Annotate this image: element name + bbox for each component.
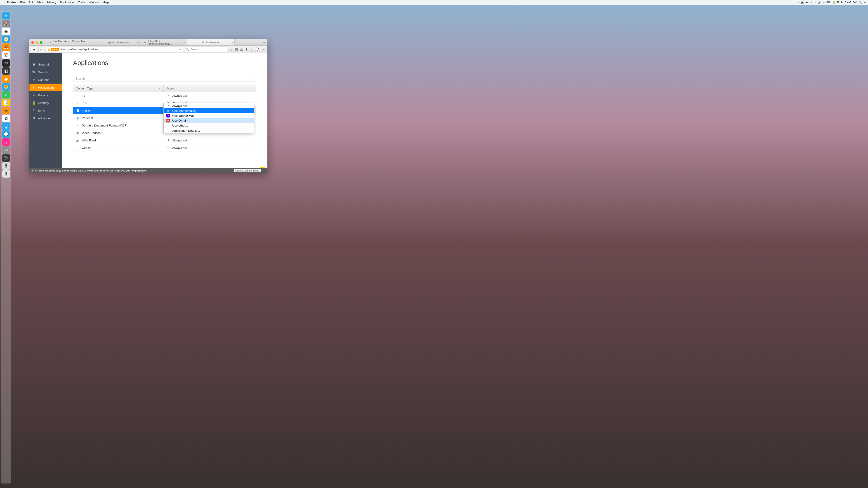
dock-app-20[interactable]: 🗑 — [2, 170, 10, 177]
col-action[interactable]: Action — [164, 85, 256, 92]
notifications-icon[interactable]: ≡ — [864, 1, 866, 4]
input-icon[interactable]: ⌨ — [827, 1, 830, 4]
forward-button[interactable]: ▶ — [38, 46, 45, 53]
firefox-window: 99to5Mac: Apple iPhone, Mac ...×Apple – … — [29, 39, 268, 173]
dock-app-16[interactable]: ♫ — [2, 138, 10, 146]
action-icon: ? — [166, 139, 170, 142]
tab-close-icon[interactable]: × — [89, 41, 91, 44]
infobar-close-icon[interactable]: ✕ — [263, 169, 265, 172]
spotlight-icon[interactable]: 🔍 — [859, 1, 862, 4]
action-dropdown-menu[interactable]: ?Always ask@Use Mail (default)YUse Yahoo… — [163, 103, 254, 133]
sidebar-item-applications[interactable]: ⇪Applications — [29, 84, 62, 91]
dropdown-item[interactable]: Application Details... — [164, 128, 254, 133]
reload-icon[interactable]: ⟳ — [179, 48, 181, 51]
sidebar-item-privacy[interactable]: 👓Privacy — [29, 91, 62, 99]
tab-close-icon[interactable]: × — [231, 41, 233, 44]
bookmark-star-icon[interactable]: ☆ — [229, 47, 232, 52]
battery-icon[interactable]: 🔋 — [832, 1, 835, 4]
sidebar-item-general[interactable]: ▣General — [29, 61, 62, 68]
zoom-window-button[interactable] — [40, 41, 42, 44]
dock-app-12[interactable]: 🦋 — [2, 107, 10, 114]
user-name[interactable]: Jeff — [853, 1, 857, 4]
display-icon[interactable]: ▣ — [801, 1, 804, 4]
dock-app-15[interactable]: 💬 — [2, 130, 10, 138]
menu-history[interactable]: History — [45, 1, 58, 4]
back-button[interactable]: ◀ — [31, 46, 37, 53]
dock-app-14[interactable]: Q — [2, 123, 10, 130]
dock-app-1[interactable]: 🚀 — [2, 20, 10, 27]
browser-tab[interactable]: Apple – Press Info× — [92, 39, 140, 45]
close-window-button[interactable] — [31, 41, 34, 44]
app-name[interactable]: Firefox — [5, 1, 18, 4]
dropdown-item[interactable]: Use other... — [164, 123, 254, 128]
dock-app-19[interactable]: 🗄 — [2, 162, 10, 170]
sidebar-item-sync[interactable]: ↻Sync — [29, 107, 62, 114]
table-header: Content Type ▲ Action — [73, 85, 256, 92]
dock-app-2[interactable]: ◉ — [2, 28, 10, 35]
choose-share-button[interactable]: Choose What I Share — [234, 169, 261, 172]
sidebar-item-search[interactable]: 🔍Search — [29, 68, 62, 76]
dock-app-5[interactable]: 📅 — [2, 51, 10, 59]
library-icon[interactable]: ▥ — [235, 47, 238, 52]
dock-app-13[interactable]: ✿ — [2, 115, 10, 122]
sidebar-item-content[interactable]: ▤Content — [29, 76, 62, 84]
tab-favicon: ⚙ — [202, 41, 205, 44]
dock-app-7[interactable]: ◧ — [2, 67, 10, 75]
dropdown-item[interactable]: ?Always ask — [164, 103, 254, 108]
dock-app-4[interactable]: 🦊 — [2, 43, 10, 51]
sidebar-item-security[interactable]: 🔒Security — [29, 99, 62, 107]
dock-app-10[interactable]: ✓ — [2, 91, 10, 98]
cell-action[interactable]: ?Always ask — [164, 137, 256, 144]
dropdown-item[interactable]: YUse Yahoo! Mail — [164, 113, 254, 118]
menu-edit[interactable]: Edit — [27, 1, 35, 4]
col-content-type[interactable]: Content Type ▲ — [73, 85, 164, 92]
cell-action[interactable]: ?Always ask — [164, 144, 256, 152]
search-bar[interactable]: 🔍 Search — [184, 46, 227, 53]
dock-app-9[interactable]: 😲 — [2, 83, 10, 91]
dropbox-icon[interactable]: ⇪ — [797, 1, 799, 4]
wifi-icon[interactable]: ⌔ — [823, 1, 825, 4]
screen-record-icon[interactable]: ⏺ — [805, 1, 808, 4]
menu-tools[interactable]: Tools — [76, 1, 87, 4]
table-row[interactable]: ▫irc?Always ask — [73, 92, 256, 99]
bluetooth-icon[interactable]: ᚼ — [814, 1, 816, 4]
menu-help[interactable]: Help — [101, 1, 111, 4]
table-row[interactable]: 🔊Web Feed?Always ask — [73, 137, 256, 144]
type-text: ircs — [82, 101, 87, 105]
menu-bookmarks[interactable]: Bookmarks — [58, 1, 76, 4]
dock-app-3[interactable]: 🧭 — [2, 35, 10, 43]
tab-close-icon[interactable]: × — [136, 41, 138, 44]
dock-app-17[interactable]: ⚙ — [2, 146, 10, 154]
action-icon: ? — [166, 94, 170, 98]
menu-view[interactable]: View — [35, 1, 45, 4]
dock-app-6[interactable]: ✂ — [2, 59, 10, 67]
tab-close-icon[interactable]: × — [184, 41, 186, 44]
clock[interactable]: Fri 9:10 AM — [837, 1, 851, 4]
dock-app-8[interactable]: ◉ — [2, 75, 10, 83]
browser-tab[interactable]: 99to5Mac: Apple iPhone, Mac ...× — [45, 39, 92, 45]
chat-icon[interactable]: 💬 — [255, 47, 259, 52]
dropdown-item[interactable]: @Use Mail (default) — [164, 108, 254, 113]
browser-tab[interactable]: MInbox (1) - jeff@9to5mac.com...× — [140, 39, 187, 45]
url-bar[interactable]: ◉ Firefox about:preferences#applications… — [46, 46, 183, 53]
sidebar-item-advanced[interactable]: ⚗Advanced — [29, 114, 62, 122]
downloads-icon[interactable]: ⬇ — [245, 47, 248, 52]
sidebar-privacy-icon: 👓 — [32, 93, 36, 97]
table-row[interactable]: ▫webcal?Always ask — [73, 144, 256, 152]
hamburger-menu-icon[interactable]: ≡ — [263, 47, 265, 52]
dropdown-item[interactable]: MUse Gmail — [164, 118, 254, 123]
applications-search-input[interactable] — [73, 75, 256, 82]
dock-app-0[interactable]: ☺ — [2, 12, 10, 20]
dock-app-11[interactable]: 📝 — [2, 99, 10, 106]
new-tab-button[interactable]: + — [261, 40, 268, 44]
cell-action[interactable]: ?Always ask — [164, 92, 256, 99]
volume-icon[interactable]: 🔊 — [818, 1, 821, 4]
menu-window[interactable]: Window — [87, 1, 101, 4]
browser-tab[interactable]: ⚙Preferences× — [187, 39, 235, 45]
minimize-window-button[interactable] — [35, 41, 38, 44]
airplay-icon[interactable]: ▲ — [810, 1, 813, 4]
pocket-icon[interactable]: ◒ — [240, 47, 243, 52]
dock-app-18[interactable]: 🎬 — [2, 154, 10, 162]
home-icon[interactable]: ⌂ — [250, 47, 252, 52]
menu-file[interactable]: File — [18, 1, 27, 4]
